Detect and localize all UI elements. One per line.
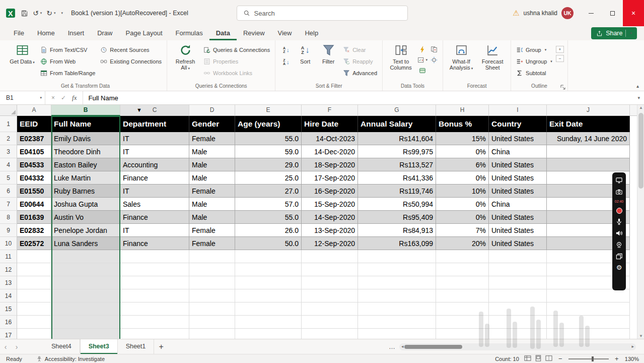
cell-C7[interactable]: Sales xyxy=(120,198,189,211)
cell-H2[interactable]: 15% xyxy=(436,132,489,145)
cell-A17[interactable] xyxy=(17,329,51,339)
row-header-3[interactable]: 3 xyxy=(0,145,17,158)
cell-I10[interactable]: United States xyxy=(489,237,547,250)
cell-B8[interactable]: Austin Vo xyxy=(51,211,120,224)
cell-E4[interactable]: 29.0 xyxy=(235,158,302,171)
zoom-slider[interactable] xyxy=(568,358,609,359)
show-detail-button[interactable]: + xyxy=(556,46,564,53)
name-box[interactable]: B1 ▾ xyxy=(0,91,45,104)
cell-I12[interactable] xyxy=(489,263,547,276)
cell-D12[interactable] xyxy=(189,263,235,276)
sheet-nav-right-icon[interactable]: › xyxy=(11,343,22,351)
forecast-sheet-button[interactable]: Forecast Sheet xyxy=(478,42,507,82)
cell-C4[interactable]: Accounting xyxy=(120,158,189,171)
camera-icon[interactable] xyxy=(615,188,623,196)
cell-J14[interactable] xyxy=(547,289,630,302)
cell-E3[interactable]: 59.0 xyxy=(235,145,302,158)
row-header-11[interactable]: 11 xyxy=(0,250,17,263)
cell-A4[interactable]: E04533 xyxy=(17,158,51,171)
cell-F12[interactable] xyxy=(302,263,358,276)
cell-C1[interactable]: Department xyxy=(120,116,189,132)
cell-C10[interactable]: Finance xyxy=(120,237,189,250)
record-button[interactable] xyxy=(616,208,622,214)
minimize-button[interactable] xyxy=(581,0,602,26)
cell-D2[interactable]: Female xyxy=(189,132,235,145)
outline-dialog-launcher[interactable] xyxy=(560,84,566,90)
cell-A3[interactable]: E04105 xyxy=(17,145,51,158)
cell-D4[interactable]: Male xyxy=(189,158,235,171)
cell-A2[interactable]: E02387 xyxy=(17,132,51,145)
cell-C5[interactable]: Finance xyxy=(120,171,189,185)
cell-J2[interactable]: Sunday, 14 June 2020 xyxy=(547,132,630,145)
cell-G7[interactable]: Rs50,994 xyxy=(358,198,436,211)
cell-G10[interactable]: Rs163,099 xyxy=(358,237,436,250)
cell-E8[interactable]: 55.0 xyxy=(235,211,302,224)
cell-C6[interactable]: IT xyxy=(120,185,189,198)
cell-C15[interactable] xyxy=(120,302,189,316)
cell-F5[interactable]: 17-Sep-2020 xyxy=(302,171,358,185)
select-all-corner[interactable] xyxy=(0,105,17,116)
cell-F16[interactable] xyxy=(302,316,358,329)
cell-I15[interactable] xyxy=(489,302,547,316)
ribbon-tab-insert[interactable]: Insert xyxy=(61,26,91,40)
ribbon-tab-data[interactable]: Data xyxy=(209,26,237,40)
formula-bar-value[interactable]: Full Name xyxy=(83,94,118,102)
cell-G11[interactable] xyxy=(358,250,436,263)
horizontal-scroll-thumb[interactable] xyxy=(404,345,462,349)
webcam-icon[interactable] xyxy=(615,241,623,249)
save-button[interactable] xyxy=(21,10,28,17)
cell-B10[interactable]: Luna Sanders xyxy=(51,237,120,250)
cell-B2[interactable]: Emily Davis xyxy=(51,132,120,145)
cell-H10[interactable]: 20% xyxy=(436,237,489,250)
cell-E10[interactable]: 50.0 xyxy=(235,237,302,250)
cell-E7[interactable]: 57.0 xyxy=(235,198,302,211)
enter-check-icon[interactable]: ✓ xyxy=(61,94,66,101)
cell-H11[interactable] xyxy=(436,250,489,263)
cell-C17[interactable] xyxy=(120,329,189,339)
cell-F10[interactable]: 12-Sep-2020 xyxy=(302,237,358,250)
scroll-left-icon[interactable]: ◂ xyxy=(401,344,404,349)
cell-B3[interactable]: Theodore Dinh xyxy=(51,145,120,158)
cell-G14[interactable] xyxy=(358,289,436,302)
cell-F8[interactable]: 14-Sep-2020 xyxy=(302,211,358,224)
redo-button[interactable]: ↻▾ xyxy=(46,9,55,17)
row-header-1[interactable]: 1 xyxy=(0,116,17,132)
cell-I8[interactable]: United States xyxy=(489,211,547,224)
ribbon-tab-review[interactable]: Review xyxy=(237,26,271,40)
cell-A8[interactable]: E01639 xyxy=(17,211,51,224)
cell-H9[interactable]: 7% xyxy=(436,224,489,237)
cell-H3[interactable]: 0% xyxy=(436,145,489,158)
column-header-J[interactable]: J xyxy=(547,105,630,116)
cell-D1[interactable]: Gender xyxy=(189,116,235,132)
cell-G17[interactable] xyxy=(358,329,436,339)
cell-C13[interactable] xyxy=(120,276,189,289)
refresh-all-button[interactable]: Refresh All▾ xyxy=(171,42,200,82)
row-header-6[interactable]: 6 xyxy=(0,185,17,198)
cell-I6[interactable]: United States xyxy=(489,185,547,198)
collapse-ribbon-button[interactable]: ▴ xyxy=(636,83,639,89)
expand-formula-bar-icon[interactable]: ▾ xyxy=(637,95,644,100)
from-table-range-button[interactable]: From Table/Range xyxy=(39,68,97,78)
cell-J15[interactable] xyxy=(547,302,630,316)
row-header-4[interactable]: 4 xyxy=(0,158,17,171)
cell-D11[interactable] xyxy=(189,250,235,263)
cell-H4[interactable]: 6% xyxy=(436,158,489,171)
ribbon-tab-file[interactable]: File xyxy=(7,26,31,40)
cell-B4[interactable]: Easton Bailey xyxy=(51,158,120,171)
row-header-2[interactable]: 2 xyxy=(0,132,17,145)
cell-D13[interactable] xyxy=(189,276,235,289)
queries-connections-button[interactable]: Queries & Connections xyxy=(202,44,271,55)
cell-E13[interactable] xyxy=(235,276,302,289)
cell-F3[interactable]: 14-Dec-2020 xyxy=(302,145,358,158)
cell-E14[interactable] xyxy=(235,289,302,302)
row-header-13[interactable]: 13 xyxy=(0,276,17,289)
cell-B7[interactable]: Joshua Gupta xyxy=(51,198,120,211)
cell-F7[interactable]: 15-Sep-2020 xyxy=(302,198,358,211)
avatar[interactable]: UK xyxy=(561,7,574,19)
cell-C9[interactable]: IT xyxy=(120,224,189,237)
cell-D7[interactable]: Male xyxy=(189,198,235,211)
cell-H15[interactable] xyxy=(436,302,489,316)
insert-function-icon[interactable]: fx xyxy=(72,94,77,102)
cell-A14[interactable] xyxy=(17,289,51,302)
screen-capture-icon[interactable] xyxy=(615,176,623,184)
